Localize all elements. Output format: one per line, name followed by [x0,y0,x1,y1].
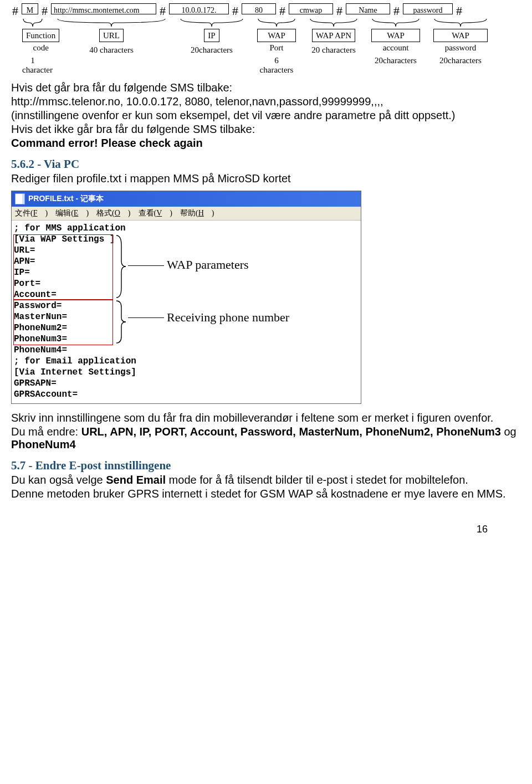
field-sublabel: 20characters [180,45,244,55]
field-annotation: WAP Port6 characters [257,18,296,75]
page-number: 16 [11,501,521,535]
text: og [501,426,516,438]
field-sublabel: 6 characters [257,56,296,75]
hash-separator: # [231,3,239,19]
document-body: Skriv inn innstillingene som du får fra … [11,412,521,500]
notepad-line: PhoneNum4= [14,345,360,356]
sms-format-diagram: #M#http://mmsc.monternet.com#10.0.0.172.… [11,0,521,80]
heading-5-7: 5.7 - Endre E-post innstillingene [11,459,521,473]
notepad-line: ; for MMS application [14,223,360,234]
notepad-menu-item: 帮助(H) [180,209,214,217]
brace-icon [22,18,43,28]
field-sublabel: 20characters [371,56,420,65]
notepad-line: Port= [14,278,360,289]
annotation-line [128,317,164,318]
field-label: URL [99,29,124,42]
notepad-line: Password= [14,300,360,311]
brace-icon [309,18,358,28]
paragraph: Rediger filen profile.txt i mappen MMS p… [11,172,521,185]
notepad-line: PhoneNum3= [14,334,360,345]
notepad-titlebar: PROFILE.txt - 记事本 [12,191,361,207]
hash-separator: # [392,3,401,19]
field-label: IP [204,29,219,42]
text: Du må endre: [11,426,81,438]
field-annotation: WAP APN20 characters [309,18,358,75]
hash-separator: # [335,3,344,19]
paragraph: Du kan også velge Send Email mode for å … [11,474,521,486]
field-annotation: URL40 characters [57,18,166,75]
paragraph: Skriv inn innstillingene som du får fra … [11,412,521,424]
field-label: WAP account [371,29,420,42]
field-annotation: IP20characters [180,18,244,75]
document-icon [15,193,25,204]
brace-icon [114,300,127,344]
notepad-line: Account= [14,289,360,300]
brace-icon [433,18,488,28]
notepad-menu-item: 文件(F) [15,209,48,217]
paragraph: Denne metoden bruker GPRS internett i st… [11,488,521,500]
field-sublabel: 40 characters [57,45,166,55]
text: mode for å få tilsendt bilder til e-post… [166,474,468,486]
notepad-line: GPRSAccount= [14,389,360,400]
notepad-line: ; for Email application [14,356,360,367]
field-label: WAP APN [312,29,355,42]
brace-icon [257,18,296,28]
paragraph: Command error! Please check again [11,137,521,150]
field-sublabel: 20characters [433,56,488,65]
field-label: WAP password [433,29,488,42]
text: Du kan også velge [11,474,106,486]
field-label: WAP Port [257,29,296,42]
notepad-title-text: PROFILE.txt - 记事本 [28,194,104,204]
hash-separator: # [455,3,463,19]
format-field: cmwap [289,3,333,14]
brace-icon [114,234,127,299]
field-annotation: WAP password20characters [433,18,488,75]
paragraph: Hvis det går bra får du følgende SMS til… [11,81,521,94]
heading-5-6-2: 5.6.2 - Via PC [11,157,521,171]
text-bold: URL, APN, IP, PORT, Account, Password, M… [81,426,501,438]
notepad-menu-item: 查看(V) [139,209,172,217]
brace-icon [57,18,166,28]
hash-separator: # [278,3,287,19]
field-sublabel: 1 character [22,56,43,75]
notepad-line: [Via Internet Settings] [14,367,360,378]
format-field: password [403,3,453,14]
paragraph: Hvis det ikke går bra får du følgende SM… [11,123,521,136]
format-field: Name [346,3,390,14]
notepad-menu-item: 编辑(E) [55,209,89,217]
brace-icon [371,18,420,28]
notepad-menu: 文件(F)编辑(E)格式(O)查看(V)帮助(H) [12,207,361,221]
notepad-menu-item: 格式(O) [96,209,130,217]
paragraph: http://mmsc.telenor.no, 10.0.0.172, 8080… [11,95,521,108]
paragraph: (innstillingene ovenfor er kun som eksem… [11,109,521,122]
annotation-phone: Receiving phone number [167,310,289,325]
notepad-screenshot: PROFILE.txt - 记事本 文件(F)编辑(E)格式(O)查看(V)帮助… [11,191,361,404]
text-bold: Send Email [106,474,166,486]
format-field: M [22,3,38,14]
hash-separator: # [11,3,19,19]
document-body: Hvis det går bra får du følgende SMS til… [11,81,521,185]
paragraph: Du må endre: URL, APN, IP, PORT, Account… [11,426,521,451]
hash-separator: # [158,3,167,19]
format-field: 10.0.0.172. [169,3,229,14]
notepad-line: [Via WAP Settings ] [14,234,360,245]
format-field: http://mmsc.monternet.com [51,3,156,14]
annotation-line [128,265,164,266]
notepad-line: GPRSAPN= [14,378,360,389]
notepad-line: URL= [14,245,360,256]
field-annotation: WAP account20characters [371,18,420,75]
annotation-wap: WAP parameters [167,258,249,272]
format-field: 80 [242,3,276,14]
brace-icon [180,18,244,28]
text-bold: PhoneNum4 [11,438,76,450]
field-sublabel: 20 characters [309,45,358,55]
hash-separator: # [40,3,49,19]
field-annotation: Function code1 character [22,18,43,75]
